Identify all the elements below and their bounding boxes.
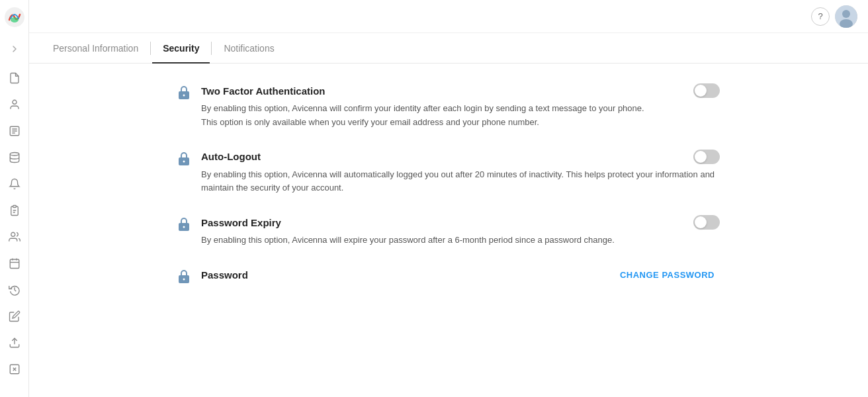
sidebar-item-person[interactable] bbox=[3, 93, 26, 116]
tab-security[interactable]: Security bbox=[152, 33, 210, 64]
svg-point-1 bbox=[11, 17, 19, 22]
password-expiry-slider bbox=[693, 215, 720, 230]
password-item: Password CHANGE PASSWORD bbox=[177, 267, 720, 283]
avatar[interactable] bbox=[835, 5, 857, 28]
lock-icon bbox=[177, 85, 192, 99]
two-factor-auth-toggle[interactable] bbox=[693, 83, 720, 98]
sidebar-item-cross[interactable] bbox=[3, 357, 26, 381]
sidebar-item-upload[interactable] bbox=[3, 331, 26, 355]
lock-icon-expiry bbox=[177, 216, 192, 231]
lock-icon-password bbox=[177, 269, 192, 283]
auto-logout-slider bbox=[693, 150, 720, 164]
two-factor-auth-header: Two Factor Authentication bbox=[201, 83, 720, 98]
sidebar-item-users[interactable] bbox=[3, 225, 26, 249]
sidebar-item-file[interactable] bbox=[3, 66, 26, 90]
svg-point-19 bbox=[183, 160, 185, 162]
password-expiry-item: Password Expiry By enabling this option,… bbox=[177, 215, 720, 247]
svg-point-21 bbox=[183, 226, 185, 228]
sidebar-item-edit[interactable] bbox=[3, 304, 26, 328]
change-password-button[interactable]: CHANGE PASSWORD bbox=[615, 267, 720, 283]
tab-divider-2 bbox=[211, 42, 212, 55]
sidebar-collapse-button[interactable] bbox=[3, 37, 26, 61]
app-logo[interactable] bbox=[4, 7, 25, 28]
help-button[interactable]: ? bbox=[811, 7, 830, 26]
auto-logout-desc: By enabling this option, Avicenna will a… bbox=[201, 168, 720, 196]
password-expiry-header: Password Expiry bbox=[201, 215, 720, 230]
svg-point-4 bbox=[10, 153, 19, 156]
two-factor-auth-body: Two Factor Authentication By enabling th… bbox=[201, 83, 720, 130]
auto-logout-title: Auto-Logout bbox=[201, 151, 261, 162]
auto-logout-toggle[interactable] bbox=[693, 150, 720, 164]
auto-logout-body: Auto-Logout By enabling this option, Avi… bbox=[201, 150, 720, 196]
tab-notifications[interactable]: Notifications bbox=[213, 33, 284, 64]
sidebar bbox=[0, 0, 29, 397]
svg-rect-5 bbox=[13, 206, 16, 208]
password-expiry-title: Password Expiry bbox=[201, 217, 281, 228]
svg-point-17 bbox=[183, 95, 185, 97]
main-content: ? Personal Information Security Notifica… bbox=[29, 0, 868, 397]
password-label: Password bbox=[201, 269, 248, 281]
sidebar-item-history[interactable] bbox=[3, 278, 26, 302]
sidebar-item-document[interactable] bbox=[3, 119, 26, 143]
two-factor-auth-slider bbox=[693, 83, 720, 98]
svg-point-14 bbox=[842, 10, 850, 18]
auto-logout-item: Auto-Logout By enabling this option, Avi… bbox=[177, 150, 720, 196]
tab-divider-1 bbox=[150, 42, 151, 55]
tab-navigation: Personal Information Security Notificati… bbox=[29, 33, 868, 64]
two-factor-auth-desc: By enabling this option, Avicenna will c… bbox=[201, 102, 720, 130]
tab-personal-information[interactable]: Personal Information bbox=[42, 33, 149, 64]
password-expiry-desc: By enabling this option, Avicenna will e… bbox=[201, 234, 720, 247]
auto-logout-header: Auto-Logout bbox=[201, 150, 720, 164]
topbar: ? bbox=[29, 0, 868, 33]
sidebar-item-database[interactable] bbox=[3, 146, 26, 169]
security-content: Two Factor Authentication By enabling th… bbox=[151, 64, 746, 397]
password-expiry-body: Password Expiry By enabling this option,… bbox=[201, 215, 720, 247]
password-expiry-toggle[interactable] bbox=[693, 215, 720, 230]
svg-point-2 bbox=[13, 100, 17, 104]
svg-point-23 bbox=[183, 278, 185, 280]
sidebar-item-clipboard[interactable] bbox=[3, 198, 26, 222]
two-factor-auth-title: Two Factor Authentication bbox=[201, 85, 326, 97]
password-row-body: Password CHANGE PASSWORD bbox=[201, 267, 720, 283]
two-factor-auth-item: Two Factor Authentication By enabling th… bbox=[177, 83, 720, 130]
sidebar-item-bell[interactable] bbox=[3, 172, 26, 196]
svg-rect-7 bbox=[10, 259, 19, 269]
svg-point-6 bbox=[11, 232, 15, 236]
sidebar-item-calendar[interactable] bbox=[3, 251, 26, 275]
lock-icon-autologout bbox=[177, 151, 192, 165]
